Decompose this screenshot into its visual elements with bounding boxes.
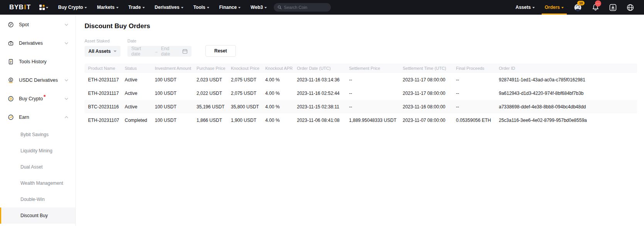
cell-status: Active	[121, 77, 151, 83]
cell-order-date: 2023-11-16 02:52:44	[293, 91, 346, 96]
sidebar-item-spot[interactable]: Spot	[0, 15, 75, 34]
main-content: Discount Buy Orders Asset Staked All Ass…	[76, 15, 644, 226]
cell-settlement-time: 2023-11-17 08:00:00	[399, 91, 452, 96]
sidebar-item-earn[interactable]: Earn	[0, 108, 75, 126]
cell-knockout-price: 1,900 USDT	[227, 118, 262, 123]
menu-markets[interactable]: Markets	[97, 5, 118, 10]
logo-accent: I	[24, 3, 26, 11]
support-chat-button[interactable]: 10	[574, 3, 582, 12]
sidebar-subitem-dual-asset[interactable]: Dual Asset	[0, 159, 75, 175]
chevron-down-icon	[64, 79, 68, 81]
cell-final-proceeds: --	[452, 91, 495, 96]
download-icon	[609, 4, 617, 11]
table-row: ETH-20231117 Active 100 USDT 2,022 USDT …	[85, 86, 637, 100]
chevron-down-icon	[46, 7, 48, 8]
cell-investment-amount: 100 USDT	[151, 91, 193, 96]
language-button[interactable]	[627, 4, 634, 11]
chevron-down-icon	[532, 7, 535, 8]
col-knockout-price: Knockout Price	[227, 66, 262, 71]
sidebar-item-tools-history[interactable]: Tools History	[0, 52, 75, 71]
chevron-down-icon	[181, 7, 183, 8]
search-box[interactable]	[274, 3, 331, 12]
top-navbar: BYBIT Buy Crypto Markets Trade Derivativ…	[0, 0, 644, 15]
end-date-placeholder: End date	[161, 46, 180, 57]
cell-investment-amount: 100 USDT	[151, 77, 193, 83]
chevron-down-icon	[116, 7, 119, 8]
cell-product-name: ETH-20231117	[85, 77, 121, 83]
cell-final-proceeds: --	[452, 77, 495, 83]
cell-settlement-price: --	[346, 77, 399, 83]
cell-order-date: 2023-11-15 02:38:11	[293, 104, 346, 110]
sidebar-item-label: Earn	[19, 115, 29, 120]
menu-buy-crypto[interactable]: Buy Crypto	[58, 5, 87, 10]
sidebar-item-label: Derivatives	[19, 40, 43, 46]
apps-grid-button[interactable]	[39, 5, 48, 10]
asset-staked-select[interactable]: All Assets	[85, 46, 120, 57]
menu-tools[interactable]: Tools	[193, 5, 209, 10]
orders-menu[interactable]: Orders	[545, 0, 564, 15]
search-input[interactable]	[284, 5, 327, 10]
sidebar-item-usdc-derivatives[interactable]: USDC Derivatives	[0, 71, 75, 89]
cell-status: Active	[121, 91, 151, 96]
cell-order-id: 9a612943-d1d3-4220-974f-8bf684bf7b3b	[495, 91, 637, 96]
globe-icon	[627, 4, 634, 11]
chevron-down-icon	[64, 24, 68, 26]
bybit-logo[interactable]: BYBIT	[9, 3, 31, 11]
table-row: BTC-20231116 Active 100 USDT 35,196 USDT…	[85, 100, 637, 113]
cell-knockout-price: 2,075 USDT	[227, 77, 262, 83]
cell-settlement-price: --	[346, 104, 399, 110]
cell-knockout-apr: 4.00 %	[262, 104, 293, 110]
table-header-row: Product Name Status Investment Amount Pu…	[85, 64, 637, 73]
date-range-input[interactable]: Start date → End date	[127, 46, 192, 57]
menu-derivatives[interactable]: Derivatives	[155, 5, 183, 10]
col-knockout-apr: Knockout APR	[262, 66, 293, 71]
cell-purchase-price: 1,866 USDT	[193, 118, 227, 123]
reset-button[interactable]: Reset	[205, 45, 236, 57]
table-row: ETH-20231107 Completed 100 USDT 1,866 US…	[85, 113, 637, 127]
cell-settlement-price: 1,889.95048333 USDT	[346, 118, 399, 123]
notification-dot	[44, 95, 46, 97]
col-order-id: Order ID	[495, 66, 637, 71]
cell-final-proceeds: 0.05359056 ETH	[452, 118, 495, 123]
cell-purchase-price: 2,023 USDT	[193, 77, 227, 83]
chevron-down-icon	[561, 7, 564, 8]
chevron-down-icon	[142, 7, 145, 8]
assets-menu[interactable]: Assets	[515, 5, 534, 10]
cell-knockout-apr: 4.00 %	[262, 118, 293, 123]
chevron-down-icon	[64, 42, 68, 44]
cell-settlement-time: 2023-11-16 08:00:00	[399, 104, 452, 110]
date-label: Date	[127, 39, 192, 43]
chevron-down-icon	[207, 7, 209, 8]
sidebar-subitem-liquidity-mining[interactable]: Liquidity Mining	[0, 143, 75, 159]
notifications-button[interactable]: ···	[592, 3, 599, 11]
menu-trade[interactable]: Trade	[129, 5, 145, 10]
sidebar-subitem-bybit-savings[interactable]: Bybit Savings	[0, 126, 75, 143]
sidebar-item-buy-crypto[interactable]: Buy Crypto	[0, 89, 75, 108]
chevron-up-icon	[64, 116, 68, 118]
menu-finance[interactable]: Finance	[219, 5, 241, 10]
col-product-name: Product Name	[85, 66, 121, 71]
chevron-down-icon	[264, 7, 267, 8]
chevron-down-icon	[114, 51, 117, 52]
tools-history-icon	[8, 59, 14, 65]
cell-status: Completed	[121, 118, 151, 123]
col-settlement-time: Settlement Time (UTC)	[399, 66, 452, 71]
col-order-date: Order Date (UTC)	[293, 66, 346, 71]
cell-order-id: 92874911-1ed1-43ad-ac0a-c785f0162981	[495, 77, 637, 83]
col-settlement-price: Settlement Price	[346, 66, 399, 71]
download-app-button[interactable]	[609, 4, 617, 11]
cell-settlement-price: --	[346, 91, 399, 96]
col-status: Status	[121, 66, 151, 71]
sidebar-item-label: Spot	[19, 22, 29, 27]
cell-purchase-price: 2,022 USDT	[193, 91, 227, 96]
sidebar-subitem-discount-buy[interactable]: Discount Buy	[0, 207, 75, 224]
chevron-down-icon	[85, 7, 87, 8]
sidebar-subitem-wealth-management[interactable]: Wealth Management	[0, 175, 75, 191]
menu-web3[interactable]: Web3	[251, 5, 267, 10]
calendar-icon	[182, 49, 188, 54]
sidebar-item-derivatives[interactable]: Derivatives	[0, 34, 75, 52]
sidebar-subitem-double-win[interactable]: Double-Win	[0, 191, 75, 207]
page-title: Discount Buy Orders	[85, 22, 637, 30]
cell-investment-amount: 100 USDT	[151, 104, 193, 110]
cell-order-id: a7338698-ddef-4e38-8bb8-094bc4db48dd	[495, 104, 637, 110]
